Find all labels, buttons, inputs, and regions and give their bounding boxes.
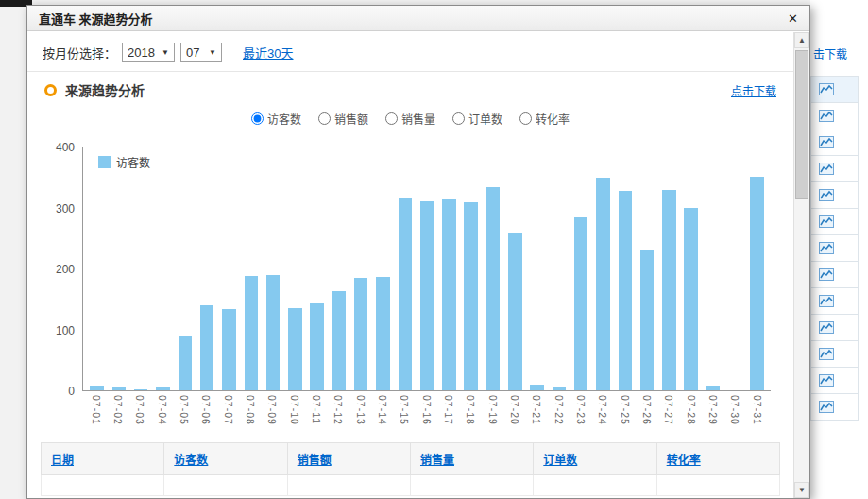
column-header-link[interactable]: 订单数 bbox=[543, 454, 577, 467]
x-axis-label: 07-20 bbox=[503, 395, 525, 428]
bar-07-05[interactable] bbox=[179, 336, 192, 390]
x-axis-label: 07-10 bbox=[283, 395, 305, 428]
column-header-link[interactable]: 销售额 bbox=[298, 454, 332, 467]
metric-radio-销售额[interactable]: 销售额 bbox=[318, 111, 368, 127]
scroll-down-icon[interactable]: ▼ bbox=[794, 482, 809, 498]
x-axis-label-text: 07-03 bbox=[134, 395, 145, 425]
bar-07-09[interactable] bbox=[266, 275, 280, 390]
x-axis-label-text: 07-24 bbox=[597, 395, 608, 425]
column-header-订单数[interactable]: 订单数 bbox=[534, 442, 656, 474]
bar-slot bbox=[680, 147, 702, 390]
x-axis-label-text: 07-21 bbox=[531, 395, 542, 425]
metric-radio-input[interactable] bbox=[385, 112, 398, 125]
metric-radio-input[interactable] bbox=[452, 112, 465, 125]
column-header-转化率[interactable]: 转化率 bbox=[656, 442, 779, 474]
x-axis-label: 07-03 bbox=[129, 395, 151, 428]
x-axis-label-text: 07-18 bbox=[465, 395, 476, 425]
bar-07-23[interactable] bbox=[574, 217, 587, 390]
bar-07-14[interactable] bbox=[376, 277, 389, 390]
x-axis-label: 07-13 bbox=[349, 395, 371, 428]
x-axis-label: 07-08 bbox=[239, 395, 261, 428]
column-header-link[interactable]: 销售量 bbox=[420, 454, 454, 467]
metric-radio-input[interactable] bbox=[251, 112, 264, 125]
x-axis-label-text: 07-23 bbox=[575, 395, 587, 425]
column-header-日期[interactable]: 日期 bbox=[42, 442, 164, 474]
line-chart-icon[interactable] bbox=[819, 401, 834, 413]
bar-07-26[interactable] bbox=[640, 250, 654, 390]
metric-radio-访客数[interactable]: 访客数 bbox=[251, 111, 301, 127]
bar-07-08[interactable] bbox=[245, 276, 258, 390]
bar-07-28[interactable] bbox=[684, 208, 697, 390]
bar-07-19[interactable] bbox=[486, 187, 500, 390]
bar-07-01[interactable] bbox=[90, 386, 103, 390]
scroll-up-icon[interactable]: ▲ bbox=[794, 32, 809, 48]
metric-radio-转化率[interactable]: 转化率 bbox=[519, 111, 570, 127]
chart-plot-area: 访客数 bbox=[82, 147, 771, 391]
bar-07-16[interactable] bbox=[420, 201, 434, 390]
scrollbar-thumb[interactable] bbox=[795, 50, 808, 199]
line-chart-icon[interactable] bbox=[819, 348, 834, 360]
bar-07-10[interactable] bbox=[288, 308, 301, 390]
modal-scrollbar[interactable]: ▲ ▼ bbox=[793, 32, 809, 498]
bar-07-24[interactable] bbox=[596, 178, 609, 390]
chevron-down-icon: ▼ bbox=[209, 48, 216, 57]
bar-07-29[interactable] bbox=[706, 386, 720, 390]
metric-radio-label: 销售量 bbox=[401, 111, 435, 127]
bar-07-18[interactable] bbox=[464, 202, 477, 390]
bar-slot bbox=[438, 147, 460, 390]
year-select[interactable]: 2018 ▼ bbox=[122, 43, 175, 62]
line-chart-icon[interactable] bbox=[819, 374, 834, 387]
bar-07-17[interactable] bbox=[442, 199, 455, 390]
x-axis-label-text: 07-15 bbox=[399, 395, 410, 425]
close-icon[interactable]: ✕ bbox=[788, 11, 798, 26]
column-header-link[interactable]: 访客数 bbox=[174, 454, 208, 467]
column-header-销售量[interactable]: 销售量 bbox=[410, 442, 533, 474]
column-header-link[interactable]: 日期 bbox=[51, 454, 74, 467]
column-header-访客数[interactable]: 访客数 bbox=[164, 442, 287, 474]
bar-07-04[interactable] bbox=[156, 387, 169, 390]
bar-07-31[interactable] bbox=[750, 177, 763, 390]
bar-07-25[interactable] bbox=[619, 191, 632, 390]
background-table-row bbox=[811, 341, 858, 368]
metric-radio-销售量[interactable]: 销售量 bbox=[385, 111, 435, 127]
bar-07-03[interactable] bbox=[134, 389, 147, 390]
bar-07-11[interactable] bbox=[310, 303, 323, 390]
background-download-link[interactable]: 击下载 bbox=[813, 45, 847, 61]
bar-07-13[interactable] bbox=[354, 278, 367, 390]
bar-07-07[interactable] bbox=[222, 309, 235, 390]
metric-radio-input[interactable] bbox=[519, 112, 532, 125]
line-chart-icon[interactable] bbox=[819, 268, 834, 281]
metric-radio-input[interactable] bbox=[318, 112, 331, 125]
line-chart-icon[interactable] bbox=[819, 321, 834, 334]
line-chart-icon[interactable] bbox=[819, 242, 834, 254]
bar-07-20[interactable] bbox=[508, 233, 521, 390]
bar-07-02[interactable] bbox=[112, 387, 126, 390]
bar-07-27[interactable] bbox=[662, 190, 675, 390]
data-table-header-row: 日期访客数销售额销售量订单数转化率 bbox=[42, 442, 780, 474]
line-chart-icon[interactable] bbox=[819, 189, 834, 201]
bar-slot bbox=[658, 147, 680, 390]
download-link[interactable]: 点击下载 bbox=[731, 82, 776, 98]
bar-07-22[interactable] bbox=[553, 387, 566, 390]
line-chart-icon[interactable] bbox=[819, 136, 834, 148]
line-chart-icon[interactable] bbox=[819, 110, 834, 122]
bar-07-15[interactable] bbox=[399, 198, 412, 390]
column-header-link[interactable]: 转化率 bbox=[667, 454, 701, 467]
bar-07-06[interactable] bbox=[200, 305, 213, 390]
column-header-销售额[interactable]: 销售额 bbox=[287, 442, 410, 474]
x-axis-label-text: 07-04 bbox=[157, 395, 168, 425]
bar-slot bbox=[702, 147, 723, 390]
month-select[interactable]: 07 ▼ bbox=[180, 43, 222, 62]
bar-07-12[interactable] bbox=[332, 291, 346, 390]
line-chart-icon[interactable] bbox=[819, 83, 834, 95]
metric-radio-订单数[interactable]: 订单数 bbox=[452, 111, 502, 127]
bar-07-21[interactable] bbox=[530, 385, 543, 390]
x-axis-label-text: 07-06 bbox=[200, 395, 212, 425]
y-axis: 4003002001000 bbox=[43, 147, 82, 391]
line-chart-icon[interactable] bbox=[819, 163, 834, 175]
line-chart-icon[interactable] bbox=[819, 215, 834, 228]
recent-30-days-link[interactable]: 最近30天 bbox=[243, 43, 293, 61]
line-chart-icon[interactable] bbox=[819, 295, 834, 307]
x-axis-label-text: 07-05 bbox=[179, 395, 190, 425]
x-axis-label-text: 07-11 bbox=[311, 395, 322, 424]
